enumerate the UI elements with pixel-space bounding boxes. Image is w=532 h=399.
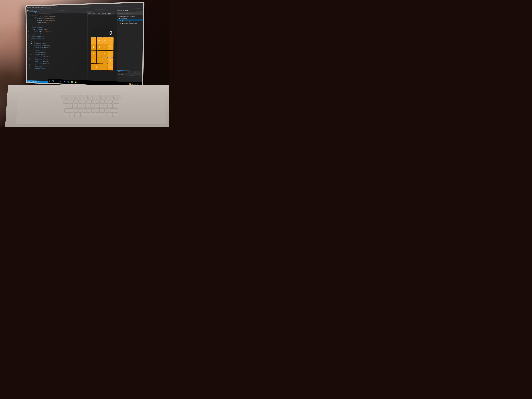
key[interactable] [87, 100, 91, 103]
menu-build[interactable]: Build [38, 7, 40, 8]
tab-key[interactable] [63, 100, 69, 103]
key[interactable] [97, 95, 101, 99]
taskbar-vs2[interactable]: ◆ [63, 80, 66, 83]
taskbar-ie[interactable]: 🌐 [66, 80, 70, 83]
win-key[interactable] [70, 113, 74, 117]
calc-btn-2[interactable]: 2 [96, 57, 102, 63]
calc-btn-dot[interactable]: . [102, 64, 108, 70]
se-tab-solution-explorer[interactable]: Solution Explorer [117, 70, 127, 73]
menu-project[interactable]: Project [35, 7, 38, 8]
taskbar-store[interactable]: 🟩 [70, 80, 74, 84]
calc-btn-0[interactable]: 0 [91, 63, 102, 70]
capslock-key[interactable] [66, 104, 73, 108]
ctrl-right-key[interactable] [113, 113, 119, 117]
start-button[interactable]: ⊞ [48, 79, 51, 83]
menu-debug[interactable]: Debug [41, 6, 44, 8]
taskbar-search[interactable]: 🔍 [52, 79, 55, 83]
se-uwp-project[interactable]: ▶ 📁 XamlStyles.UWP (Universal Wi... [117, 23, 143, 25]
key[interactable] [74, 100, 78, 103]
key[interactable] [73, 104, 77, 108]
key[interactable] [70, 100, 73, 103]
key[interactable] [87, 108, 91, 112]
ctrl-key[interactable] [63, 113, 69, 117]
editor-tab-active[interactable]: XamlStyles.Android [26, 11, 37, 14]
key[interactable] [78, 108, 82, 112]
calc-btn-3[interactable]: 3 [102, 57, 108, 64]
key[interactable] [96, 108, 100, 112]
key[interactable] [82, 108, 86, 112]
menu-help[interactable]: Help [56, 6, 58, 7]
calc-btn-subtract[interactable]: - [108, 51, 114, 57]
key[interactable] [100, 108, 104, 112]
calc-btn-9[interactable]: 9 [102, 44, 108, 51]
key[interactable] [91, 100, 95, 103]
enter-key[interactable] [113, 100, 119, 103]
menu-analyze[interactable]: Analyze [47, 6, 51, 8]
calc-btn-equals[interactable]: = [108, 64, 113, 70]
key[interactable] [91, 104, 94, 108]
calc-btn-1[interactable]: 1 [91, 57, 96, 63]
key[interactable] [99, 104, 103, 108]
key[interactable] [86, 104, 90, 108]
key[interactable] [108, 104, 112, 108]
taskbar-vs[interactable]: ♦ [59, 80, 63, 83]
calc-btn-ac[interactable]: AC [91, 37, 96, 44]
shift-key[interactable] [64, 108, 73, 112]
key[interactable] [112, 104, 116, 108]
calc-btn-percent[interactable]: % [102, 37, 108, 44]
key[interactable] [106, 95, 109, 99]
key[interactable] [101, 95, 105, 99]
platform-android[interactable]: Android [107, 13, 112, 14]
calc-btn-5[interactable]: 5 [97, 51, 102, 57]
se-search-input[interactable] [118, 13, 142, 14]
calc-btn-plusminus[interactable]: +/- [97, 37, 102, 44]
key[interactable] [104, 100, 108, 103]
key[interactable] [109, 100, 112, 103]
key[interactable] [100, 100, 104, 103]
code-content[interactable]: 1 <?xml version="1.0" encoding="utf-8" ?… [26, 13, 87, 71]
menu-edit[interactable]: Edit [29, 7, 31, 8]
taskbar-folder[interactable]: 📁 [74, 80, 78, 84]
platform-ios[interactable]: iOS [113, 13, 116, 14]
calc-btn-8[interactable]: 8 [97, 44, 102, 51]
calc-btn-7[interactable]: 7 [91, 44, 96, 50]
key[interactable] [82, 104, 86, 108]
taskbar-taskview[interactable]: 🗔 [55, 79, 59, 83]
spacebar-key[interactable] [81, 113, 107, 117]
key[interactable] [104, 104, 108, 108]
device-phone[interactable]: Phone [92, 13, 96, 14]
alt-key[interactable] [75, 113, 80, 117]
menu-view[interactable]: View [32, 7, 34, 8]
toolbar-debug-btn[interactable]: ▶ Any CPU [27, 10, 32, 11]
calc-btn-6[interactable]: 6 [102, 51, 108, 57]
key[interactable] [75, 95, 79, 99]
alt-right-key[interactable] [108, 113, 113, 117]
shift-right-key[interactable] [109, 108, 118, 112]
backspace-key[interactable] [114, 95, 121, 99]
key[interactable] [84, 95, 88, 99]
key[interactable] [67, 95, 70, 99]
key[interactable] [110, 95, 114, 99]
key[interactable] [95, 104, 99, 108]
key[interactable] [80, 95, 83, 99]
key[interactable] [61, 95, 66, 99]
key[interactable] [93, 95, 96, 99]
key[interactable] [105, 108, 108, 112]
device-tablet[interactable]: Tablet [97, 13, 101, 14]
key[interactable] [91, 108, 95, 112]
menu-window[interactable]: Window [52, 6, 55, 8]
menu-test[interactable]: Test [45, 6, 47, 8]
key[interactable] [83, 100, 86, 103]
se-tab-team-explorer[interactable]: Team Explorer [127, 71, 136, 73]
calc-btn-add[interactable]: + [108, 57, 113, 64]
calc-btn-multiply[interactable]: * [108, 44, 114, 51]
key[interactable] [78, 100, 82, 103]
key[interactable] [71, 95, 75, 99]
calc-btn-4[interactable]: 4 [91, 51, 96, 57]
key[interactable] [74, 108, 78, 112]
menu-file[interactable]: File [27, 7, 29, 8]
key[interactable] [88, 95, 92, 99]
calc-btn-divide[interactable]: / [108, 37, 114, 44]
key[interactable] [96, 100, 99, 103]
key[interactable] [78, 104, 81, 108]
